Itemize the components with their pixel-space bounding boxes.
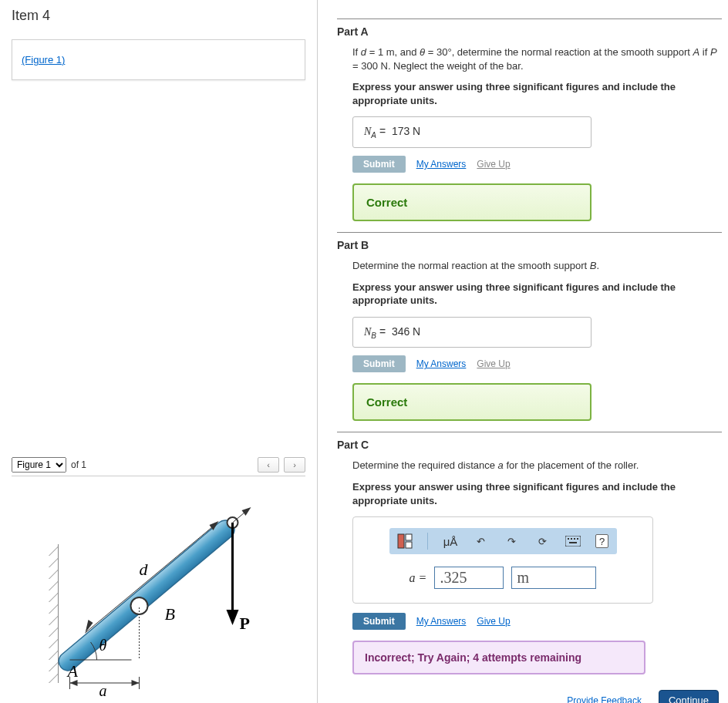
figure-prev-button[interactable]: ‹ [258,457,279,473]
part-c-feedback: Incorrect; Try Again; 4 attempts remaini… [352,641,645,674]
part-c-my-answers-link[interactable]: My Answers [416,616,467,627]
undo-icon[interactable]: ↶ [473,533,490,550]
svg-line-9 [49,639,59,648]
part-c: Part C Determine the required distance a… [337,439,722,674]
figure-next-button[interactable]: › [284,457,305,473]
label-a: a [99,682,107,699]
part-c-value-input[interactable] [434,567,504,589]
label-B: B [165,604,175,624]
label-d: d [140,560,149,579]
part-b-my-answers-link[interactable]: My Answers [416,358,467,369]
item-title: Item 4 [12,8,305,24]
part-c-give-up-link[interactable]: Give Up [477,616,510,627]
svg-line-5 [49,593,59,602]
svg-rect-35 [571,538,572,540]
figure-link[interactable]: (Figure 1) [22,54,65,66]
label-P: P [240,614,250,633]
figure-of-label: of 1 [71,459,86,470]
part-b-submit-button[interactable]: Submit [352,355,406,372]
svg-line-4 [49,581,59,590]
part-a-my-answers-link[interactable]: My Answers [416,159,467,170]
part-c-prompt: Determine the required distance a for th… [352,459,722,473]
svg-rect-30 [398,534,404,548]
label-theta: θ [99,637,107,654]
reset-icon[interactable]: ⟳ [534,533,551,550]
figure-nav: Figure 1 of 1 ‹ › [12,457,305,473]
part-c-instruction: Express your answer using three signific… [352,480,722,507]
part-b-answer-box: NB = 346 N [352,317,592,348]
keyboard-icon[interactable] [565,533,581,550]
svg-line-6 [49,604,59,614]
svg-line-12 [49,674,59,683]
part-a-answer-box: NA = 173 N [352,116,592,148]
svg-rect-34 [568,538,569,540]
part-c-var-label: a = [410,571,427,585]
svg-line-2 [49,558,59,567]
redo-icon[interactable]: ↷ [504,533,521,550]
figure-box: d B P θ A a [12,476,305,703]
label-A: A [66,661,79,681]
svg-line-1 [49,547,59,556]
figure-link-box: (Figure 1) [12,39,305,80]
answer-toolbar: μÅ ↶ ↷ ⟳ ? [389,528,617,554]
svg-line-3 [49,570,59,579]
provide-feedback-link[interactable]: Provide Feedback [567,695,642,703]
svg-line-8 [49,627,59,637]
svg-rect-38 [569,542,577,543]
part-b-prompt: Determine the normal reaction at the smo… [352,259,722,273]
svg-rect-13 [55,516,238,674]
part-c-unit-input[interactable] [511,567,596,589]
part-a-instruction: Express your answer using three signific… [352,80,722,107]
svg-marker-22 [242,507,251,516]
part-b-instruction: Express your answer using three signific… [352,281,722,308]
svg-rect-33 [565,536,581,547]
svg-line-10 [49,651,59,660]
svg-rect-36 [574,538,575,540]
svg-marker-27 [132,680,140,686]
svg-line-7 [49,616,59,625]
units-icon[interactable]: μÅ [442,533,459,550]
part-a-feedback: Correct [352,183,592,221]
part-c-submit-button[interactable]: Submit [352,613,406,630]
part-b: Part B Determine the normal reaction at … [337,239,722,421]
part-a-give-up-link[interactable]: Give Up [477,159,510,170]
part-c-title: Part C [337,439,722,451]
figure-select[interactable]: Figure 1 [12,457,66,473]
part-b-give-up-link[interactable]: Give Up [477,358,510,369]
part-c-editor: μÅ ↶ ↷ ⟳ ? a = [352,516,653,604]
template-icon[interactable] [397,533,414,550]
svg-marker-17 [227,610,239,625]
svg-rect-32 [406,542,412,548]
svg-marker-26 [70,680,78,686]
part-b-feedback: Correct [352,383,592,421]
part-a-submit-button[interactable]: Submit [352,156,406,173]
svg-rect-31 [406,534,412,540]
help-icon[interactable]: ? [595,534,609,548]
continue-button[interactable]: Continue [659,690,719,703]
part-b-title: Part B [337,239,722,251]
part-a: Part A If d = 1 m, and θ = 30°, determin… [337,25,722,221]
figure-diagram: d B P θ A a [12,483,305,702]
svg-rect-37 [577,538,578,540]
svg-line-11 [49,662,59,671]
part-a-title: Part A [337,25,722,38]
part-a-prompt: If d = 1 m, and θ = 30°, determine the n… [352,45,722,72]
svg-line-18 [86,525,215,633]
